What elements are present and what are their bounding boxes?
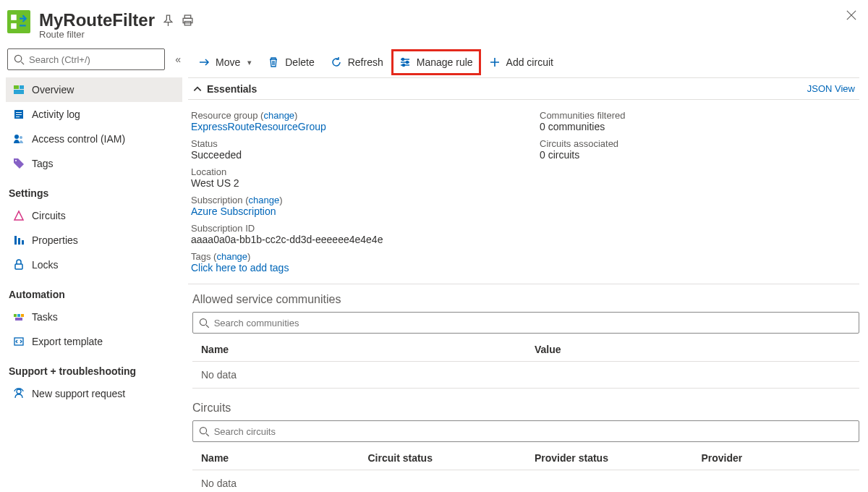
- manage-rule-button[interactable]: Manage rule: [392, 50, 480, 75]
- search-icon: [199, 426, 210, 437]
- svg-rect-0: [11, 14, 17, 20]
- subscription-link[interactable]: Azure Subscription: [191, 205, 511, 217]
- delete-icon: [268, 56, 279, 68]
- svg-rect-16: [14, 236, 17, 245]
- tags-change-link[interactable]: change: [216, 251, 247, 262]
- no-data-cell: No data: [192, 362, 859, 389]
- menu-search[interactable]: [7, 48, 165, 70]
- communities-title: Allowed service communities: [192, 293, 859, 306]
- ess-label: Location: [191, 166, 511, 177]
- essentials-toggle[interactable]: Essentials: [188, 83, 257, 95]
- svg-rect-19: [15, 264, 22, 269]
- ess-label: Communities filtered: [540, 110, 859, 121]
- sidebar-item-export-template[interactable]: Export template: [6, 329, 182, 354]
- sidebar-group-support: Support + troubleshooting: [6, 354, 182, 381]
- col-name: Name: [192, 446, 359, 470]
- svg-rect-17: [18, 238, 20, 245]
- communities-search[interactable]: [192, 312, 859, 334]
- svg-point-5: [14, 55, 21, 62]
- col-provider-status: Provider status: [526, 446, 693, 470]
- delete-button[interactable]: Delete: [260, 50, 321, 75]
- properties-icon: [13, 234, 25, 246]
- collapse-menu-icon[interactable]: «: [175, 54, 181, 65]
- pin-icon[interactable]: [162, 14, 174, 27]
- svg-rect-22: [21, 314, 24, 317]
- communities-filtered-value: 0 communities: [540, 121, 859, 132]
- close-blade-button[interactable]: [833, 10, 856, 33]
- sidebar-item-new-support[interactable]: New support request: [6, 381, 182, 406]
- circuits-title: Circuits: [192, 402, 859, 415]
- svg-point-14: [20, 136, 22, 139]
- svg-rect-2: [184, 15, 191, 18]
- svg-rect-20: [14, 314, 17, 317]
- resource-type-icon: [7, 10, 30, 33]
- resource-group-change-link[interactable]: change: [263, 110, 294, 121]
- svg-rect-1: [11, 23, 17, 29]
- sidebar-item-label: Activity log: [32, 109, 80, 120]
- col-provider: Provider: [693, 446, 860, 470]
- status-value: Succeeded: [191, 149, 511, 161]
- ess-label: Subscription ID: [191, 223, 511, 234]
- subscription-change-link[interactable]: change: [249, 195, 280, 205]
- svg-point-27: [406, 62, 408, 64]
- communities-section: Allowed service communities Name Value N…: [188, 284, 859, 393]
- support-icon: [13, 388, 25, 399]
- json-view-link[interactable]: JSON View: [807, 83, 859, 94]
- svg-point-29: [200, 318, 206, 325]
- export-template-icon: [13, 336, 25, 347]
- sidebar-item-tasks[interactable]: Tasks: [6, 305, 182, 329]
- svg-point-13: [14, 135, 19, 139]
- essentials-panel: Resource group (change) ExpressRouteReso…: [188, 100, 859, 284]
- table-row: No data: [192, 470, 859, 493]
- sidebar-item-label: Overview: [32, 84, 74, 96]
- communities-table: Name Value No data: [192, 338, 859, 389]
- circuits-search[interactable]: [192, 420, 859, 442]
- menu-search-input[interactable]: [29, 54, 158, 65]
- svg-point-28: [402, 64, 404, 67]
- print-icon[interactable]: [182, 14, 194, 27]
- col-value: Value: [526, 338, 859, 362]
- sidebar-item-label: Properties: [32, 234, 78, 246]
- svg-point-15: [15, 160, 17, 161]
- svg-point-26: [401, 59, 404, 61]
- chevron-down-icon: ▾: [247, 58, 252, 67]
- overview-icon: [13, 84, 25, 96]
- svg-rect-8: [14, 90, 24, 94]
- subscription-id-value: aaaa0a0a-bb1b-cc2c-dd3d-eeeeee4e4e4e: [191, 234, 511, 245]
- search-icon: [199, 318, 210, 328]
- svg-rect-10: [16, 112, 22, 113]
- sidebar-item-locks[interactable]: Locks: [6, 253, 182, 277]
- sidebar-item-tags[interactable]: Tags: [6, 151, 182, 176]
- toolbar-label: Add circuit: [506, 56, 553, 68]
- sidebar-item-label: Export template: [32, 336, 103, 347]
- tags-add-link[interactable]: Click here to add tags: [191, 262, 511, 273]
- command-bar: Move ▾ Delete Refresh: [188, 47, 859, 78]
- communities-search-input[interactable]: [214, 318, 853, 328]
- resource-group-link[interactable]: ExpressRouteResourceGroup: [191, 121, 511, 132]
- svg-rect-12: [16, 116, 20, 117]
- location-value: West US 2: [191, 177, 511, 189]
- move-button[interactable]: Move ▾: [191, 50, 259, 75]
- search-icon: [14, 54, 25, 65]
- sidebar-item-overview[interactable]: Overview: [6, 77, 182, 102]
- move-icon: [198, 56, 210, 68]
- toolbar-label: Delete: [285, 56, 314, 68]
- sidebar-group-automation: Automation: [6, 277, 182, 305]
- svg-point-30: [200, 427, 206, 433]
- svg-rect-23: [15, 318, 22, 321]
- sidebar-item-label: Circuits: [32, 210, 66, 221]
- page-subtitle: Route filter: [39, 29, 194, 40]
- manage-rule-icon: [399, 56, 411, 68]
- sidebar-item-properties[interactable]: Properties: [6, 228, 182, 253]
- sidebar-item-activity-log[interactable]: Activity log: [6, 102, 182, 127]
- ess-label: Circuits associated: [540, 138, 859, 149]
- circuits-search-input[interactable]: [214, 426, 853, 437]
- essentials-heading: Essentials: [207, 83, 257, 95]
- sidebar-item-circuits[interactable]: Circuits: [6, 203, 182, 228]
- refresh-icon: [331, 56, 342, 68]
- sidebar-item-label: Locks: [32, 259, 59, 271]
- refresh-button[interactable]: Refresh: [323, 50, 391, 75]
- add-circuit-button[interactable]: Add circuit: [482, 50, 561, 75]
- sidebar-item-access-control[interactable]: Access control (IAM): [6, 127, 182, 151]
- ess-label: Status: [191, 138, 511, 149]
